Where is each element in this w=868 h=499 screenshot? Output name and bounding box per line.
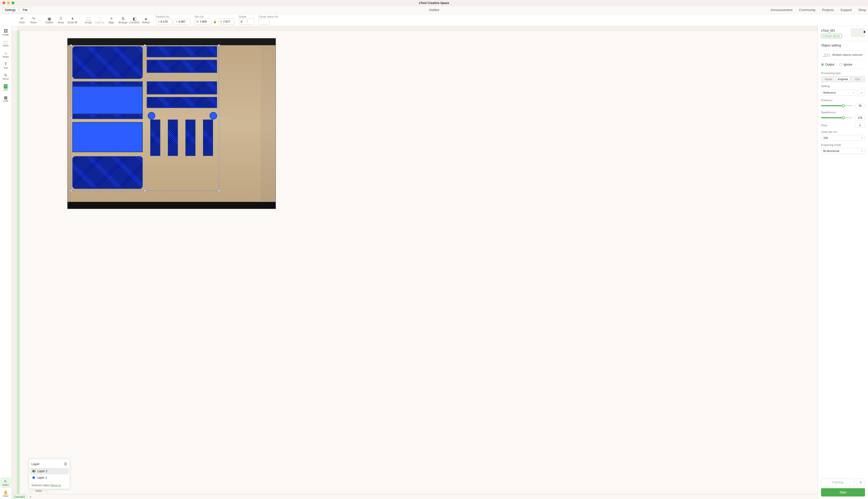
redo-button[interactable]: ↷Redo (28, 15, 39, 25)
link-community[interactable]: Community (799, 8, 816, 12)
maximize-icon[interactable] (12, 1, 14, 4)
file-button[interactable]: File (20, 7, 30, 13)
link-shop[interactable]: Shop (858, 8, 866, 12)
rotate-field: Rotate ° (237, 15, 256, 25)
window-title: xTool Creative Space (419, 1, 449, 5)
size-h-input[interactable]: H (218, 19, 235, 25)
ungroup-button[interactable]: ⬚Ungroup (94, 15, 106, 25)
size-w-input[interactable]: W (194, 19, 212, 25)
corner-field: Corner radius (in) (256, 15, 280, 25)
reflect-button[interactable]: ▲Reflect (140, 15, 152, 25)
settings-button[interactable]: Settings (2, 7, 18, 13)
position-field: Position (in) X Y (154, 15, 192, 25)
size-field: Size (in) W 🔒 H (192, 15, 237, 25)
rotate-input[interactable]: ° (239, 19, 254, 25)
smartfill-button[interactable]: ✦Smart fill (67, 15, 78, 25)
menu-bar: Settings File Untitled Announcement Comm… (0, 6, 868, 14)
link-support[interactable]: Support (840, 8, 852, 12)
arrange-button[interactable]: ⇅Arrange (117, 15, 129, 25)
redo-icon: ↷ (32, 16, 35, 21)
align-icon: ≡ (110, 16, 112, 21)
undo-icon: ↶ (20, 16, 24, 21)
window-titlebar: xTool Creative Space (0, 0, 868, 6)
link-projects[interactable]: Projects (822, 8, 834, 12)
close-icon[interactable] (2, 1, 5, 4)
pos-y-input[interactable]: Y (174, 19, 190, 25)
toolbar: ↶Undo ↷Redo ▣Outline ⠿Array ✦Smart fill … (0, 14, 868, 26)
combine-icon: ◧ (133, 16, 136, 21)
group-icon: ⬚ (86, 16, 90, 21)
document-title: Untitled (429, 8, 439, 12)
arrange-icon: ⇅ (121, 16, 124, 21)
corner-input[interactable] (258, 19, 269, 25)
array-button[interactable]: ⠿Array (55, 15, 67, 25)
array-icon: ⠿ (59, 16, 62, 21)
pos-x-input[interactable]: X (156, 19, 172, 25)
lock-icon[interactable]: 🔒 (213, 20, 217, 23)
group-button[interactable]: ⬚Group (82, 15, 94, 25)
reflect-icon: ▲ (144, 16, 148, 21)
menu-links: Announcement Community Projects Support … (771, 8, 866, 12)
undo-button[interactable]: ↶Undo (16, 15, 28, 25)
link-announcement[interactable]: Announcement (771, 8, 792, 12)
outline-button[interactable]: ▣Outline (44, 15, 55, 25)
smartfill-icon: ✦ (71, 16, 74, 21)
outline-icon: ▣ (48, 16, 51, 21)
combine-button[interactable]: ◧Combine (129, 15, 140, 25)
ungroup-icon: ⬚ (98, 16, 102, 21)
minimize-icon[interactable] (7, 1, 10, 4)
traffic-lights (2, 1, 14, 4)
align-button[interactable]: ≡Align (106, 15, 117, 25)
